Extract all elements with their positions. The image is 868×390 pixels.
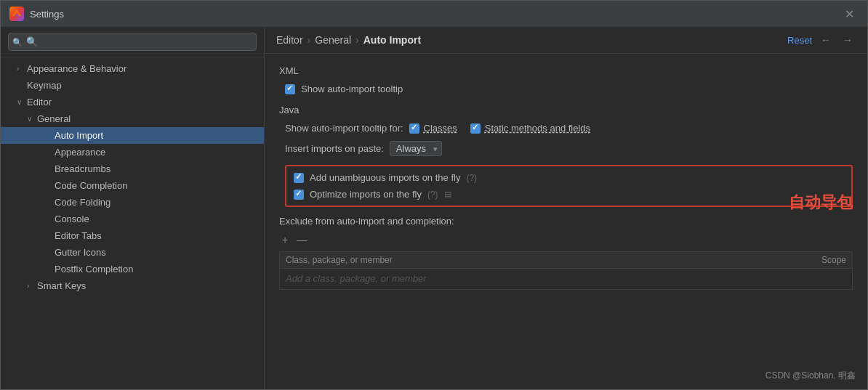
forward-button[interactable]: →: [840, 33, 856, 47]
sidebar-item-postfix-completion[interactable]: Postfix Completion: [1, 261, 264, 277]
content-area: › Appearance & Behavior Keymap ∨ Editor …: [1, 27, 867, 389]
breadcrumb-sep-1: ›: [308, 34, 311, 46]
breadcrumb: Editor › General › Auto Import: [276, 34, 421, 46]
static-checkbox-group: Static methods and fields: [470, 123, 590, 134]
sidebar-item-label: Code Completion: [55, 180, 127, 191]
chinese-annotation: 自动导包: [789, 192, 853, 214]
table-placeholder: Add a class, package, or member: [280, 269, 852, 288]
sidebar: › Appearance & Behavior Keymap ∨ Editor …: [1, 27, 265, 389]
java-tooltip-label: Show auto-import tooltip for:: [285, 123, 403, 134]
sidebar-item-general[interactable]: ∨ General: [1, 110, 264, 127]
breadcrumb-sep-2: ›: [355, 34, 359, 46]
static-methods-checkbox[interactable]: [470, 123, 481, 134]
classes-label: Classes: [424, 123, 457, 134]
breadcrumb-general: General: [315, 34, 351, 46]
exclude-label: Exclude from auto-import and completion:: [279, 216, 853, 227]
add-unambiguous-checkbox[interactable]: [294, 173, 304, 183]
xml-tooltip-text: Show auto-import tooltip: [301, 84, 403, 94]
sidebar-item-code-folding[interactable]: Code Folding: [1, 194, 264, 211]
exclude-section: Exclude from auto-import and completion:…: [279, 216, 853, 290]
table-header: Class, package, or member Scope: [279, 251, 853, 268]
add-unambiguous-label: Add unambiguous imports on the fly: [310, 172, 460, 183]
remove-button[interactable]: —: [294, 232, 310, 247]
titlebar-title: Settings: [30, 9, 64, 20]
xml-tooltip-row: Show auto-import tooltip: [279, 84, 853, 94]
java-section-label: Java: [279, 105, 853, 115]
paste-row: Insert imports on paste: Always Ask Neve…: [279, 141, 853, 156]
main-panel: Editor › General › Auto Import Reset ← →…: [265, 27, 867, 389]
help-icon-2[interactable]: (?): [427, 190, 438, 200]
titlebar: Settings ✕: [1, 1, 867, 27]
optimize-imports-checkbox[interactable]: [294, 190, 304, 200]
sidebar-item-label: Smart Keys: [37, 280, 86, 291]
add-button[interactable]: +: [279, 232, 291, 247]
add-unambiguous-row: Add unambiguous imports on the fly (?): [294, 172, 844, 183]
back-button[interactable]: ←: [818, 33, 834, 47]
add-remove-row: + —: [279, 232, 853, 247]
sidebar-item-label: Breadcrumbs: [55, 163, 110, 174]
sidebar-item-label: Appearance: [55, 147, 105, 158]
sidebar-item-code-completion[interactable]: Code Completion: [1, 177, 264, 194]
sidebar-item-smart-keys[interactable]: › Smart Keys: [1, 277, 264, 294]
xml-tooltip-label[interactable]: Show auto-import tooltip: [285, 84, 403, 94]
watermark: CSDN @Siobhan. 明鑫: [765, 370, 856, 382]
sidebar-item-label: Editor: [27, 97, 52, 107]
paste-dropdown-wrapper: Always Ask Never: [390, 141, 442, 156]
sidebar-item-label: Keymap: [27, 80, 62, 91]
optimize-imports-row: Optimize imports on the fly (?) ▤: [294, 189, 844, 200]
breadcrumb-editor: Editor: [276, 34, 303, 46]
list-icon[interactable]: ▤: [444, 190, 451, 199]
static-methods-label: Static methods and fields: [485, 123, 590, 134]
sidebar-item-label: Appearance & Behavior: [27, 63, 126, 74]
sidebar-item-auto-import[interactable]: Auto Import: [1, 127, 264, 144]
sidebar-item-editor-tabs[interactable]: Editor Tabs: [1, 227, 264, 244]
table-col-class: Class, package, or member: [286, 255, 393, 265]
xml-section-label: XML: [279, 65, 853, 76]
reset-button[interactable]: Reset: [787, 35, 812, 46]
breadcrumb-actions: Reset ← →: [787, 33, 856, 47]
help-icon[interactable]: (?): [466, 173, 477, 183]
sidebar-item-keymap[interactable]: Keymap: [1, 77, 264, 94]
settings-window: Settings ✕ › Appearance & Behavior: [0, 0, 868, 390]
table-col-scope: Scope: [821, 255, 846, 265]
xml-show-tooltip-checkbox[interactable]: [285, 84, 295, 94]
java-tooltip-row: Show auto-import tooltip for: Classes St…: [279, 123, 853, 134]
sidebar-item-console[interactable]: Console: [1, 211, 264, 227]
close-button[interactable]: ✕: [840, 6, 859, 23]
sidebar-item-label: Postfix Completion: [55, 264, 133, 275]
panel-content: XML Show auto-import tooltip Java Show a…: [265, 54, 867, 389]
arrow-icon: ›: [27, 282, 37, 290]
table-body: Add a class, package, or member: [279, 268, 853, 290]
chevron-down-icon: ∨: [27, 115, 37, 123]
nav-tree: › Appearance & Behavior Keymap ∨ Editor …: [1, 57, 264, 389]
sidebar-item-label: Editor Tabs: [55, 230, 102, 241]
sidebar-item-appearance-behavior[interactable]: › Appearance & Behavior: [1, 60, 264, 77]
chevron-down-icon: ∨: [17, 98, 27, 106]
app-icon: [9, 7, 24, 21]
sidebar-item-label: Gutter Icons: [55, 247, 106, 258]
search-bar: [1, 27, 264, 57]
classes-checkbox-group: Classes: [409, 123, 457, 134]
breadcrumb-bar: Editor › General › Auto Import Reset ← →: [265, 27, 867, 54]
titlebar-left: Settings: [9, 7, 64, 21]
optimize-imports-label: Optimize imports on the fly: [310, 189, 422, 200]
sidebar-item-breadcrumbs[interactable]: Breadcrumbs: [1, 161, 264, 177]
arrow-icon: ›: [17, 65, 27, 73]
paste-dropdown[interactable]: Always Ask Never: [390, 141, 442, 156]
search-wrapper: [8, 33, 257, 51]
sidebar-item-label: Console: [55, 214, 89, 224]
breadcrumb-auto-import: Auto Import: [363, 34, 421, 46]
highlight-box: Add unambiguous imports on the fly (?) O…: [285, 165, 853, 207]
sidebar-item-appearance[interactable]: Appearance: [1, 144, 264, 161]
paste-label: Insert imports on paste:: [285, 143, 384, 154]
search-input[interactable]: [8, 33, 257, 51]
sidebar-item-label: General: [37, 113, 71, 124]
classes-checkbox[interactable]: [409, 123, 419, 134]
java-section: Java Show auto-import tooltip for: Class…: [279, 105, 853, 290]
sidebar-item-label: Auto Import: [55, 130, 103, 141]
sidebar-item-editor[interactable]: ∨ Editor: [1, 94, 264, 110]
sidebar-item-gutter-icons[interactable]: Gutter Icons: [1, 244, 264, 261]
sidebar-item-label: Code Folding: [55, 197, 110, 208]
